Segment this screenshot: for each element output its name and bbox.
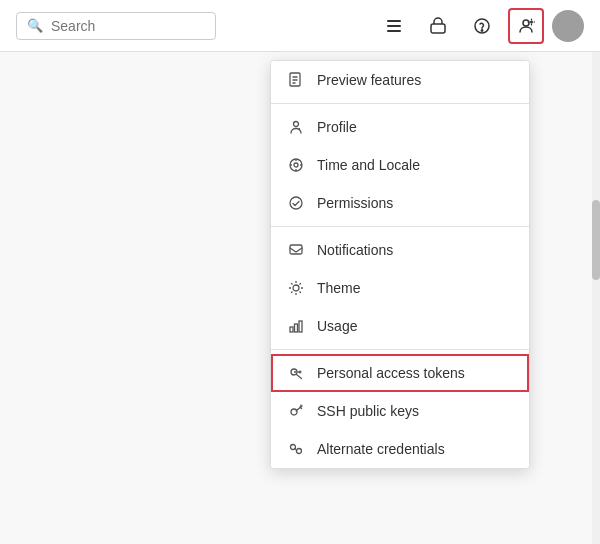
personal-access-tokens-label: Personal access tokens [317, 365, 465, 381]
svg-point-23 [293, 285, 299, 291]
bag-icon [429, 17, 447, 35]
svg-rect-3 [431, 24, 445, 33]
divider-2 [271, 226, 529, 227]
profile-icon [287, 118, 305, 136]
svg-point-31 [297, 449, 302, 454]
user-settings-icon-button[interactable] [508, 8, 544, 44]
personal-access-tokens-icon [287, 364, 305, 382]
menu-item-profile[interactable]: Profile [271, 108, 529, 146]
usage-label: Usage [317, 318, 357, 334]
header-icons [376, 8, 584, 44]
ssh-public-keys-label: SSH public keys [317, 403, 419, 419]
search-input[interactable] [51, 18, 191, 34]
menu-item-preview-features[interactable]: Preview features [271, 61, 529, 99]
svg-point-7 [530, 20, 533, 23]
svg-rect-1 [387, 25, 401, 27]
ssh-public-keys-icon [287, 402, 305, 420]
svg-point-29 [291, 409, 297, 415]
search-box[interactable]: 🔍 [16, 12, 216, 40]
scrollbar-thumb[interactable] [592, 200, 600, 280]
preview-features-icon [287, 71, 305, 89]
divider-3 [271, 349, 529, 350]
menu-item-theme[interactable]: Theme [271, 269, 529, 307]
svg-point-16 [294, 122, 299, 127]
svg-rect-2 [387, 30, 401, 32]
user-settings-icon [517, 17, 535, 35]
svg-rect-25 [295, 324, 298, 332]
notifications-label: Notifications [317, 242, 393, 258]
menu-item-ssh-public-keys[interactable]: SSH public keys [271, 392, 529, 430]
alternate-credentials-icon [287, 440, 305, 458]
avatar[interactable] [552, 10, 584, 42]
permissions-label: Permissions [317, 195, 393, 211]
theme-icon [287, 279, 305, 297]
main-content: Preview features Profile [0, 52, 600, 544]
divider-1 [271, 103, 529, 104]
menu-item-permissions[interactable]: Permissions [271, 184, 529, 222]
notifications-icon [287, 241, 305, 259]
svg-point-5 [481, 29, 482, 30]
svg-point-20 [294, 163, 298, 167]
bag-icon-button[interactable] [420, 8, 456, 44]
alternate-credentials-label: Alternate credentials [317, 441, 445, 457]
list-icon [385, 17, 403, 35]
menu-item-alternate-credentials[interactable]: Alternate credentials [271, 430, 529, 468]
preview-features-label: Preview features [317, 72, 421, 88]
time-locale-icon [287, 156, 305, 174]
usage-icon [287, 317, 305, 335]
profile-label: Profile [317, 119, 357, 135]
menu-item-usage[interactable]: Usage [271, 307, 529, 345]
svg-point-6 [523, 20, 529, 26]
theme-label: Theme [317, 280, 361, 296]
svg-point-28 [294, 371, 296, 373]
scrollbar-track [592, 52, 600, 544]
menu-item-time-locale[interactable]: Time and Locale [271, 146, 529, 184]
permissions-icon [287, 194, 305, 212]
svg-point-21 [290, 197, 302, 209]
header: 🔍 [0, 0, 600, 52]
svg-rect-26 [299, 321, 302, 332]
help-icon-button[interactable] [464, 8, 500, 44]
svg-rect-24 [290, 327, 293, 332]
help-icon [473, 17, 491, 35]
menu-item-personal-access-tokens[interactable]: Personal access tokens [271, 354, 529, 392]
time-locale-label: Time and Locale [317, 157, 420, 173]
menu-item-notifications[interactable]: Notifications [271, 231, 529, 269]
list-icon-button[interactable] [376, 8, 412, 44]
dropdown-menu: Preview features Profile [270, 60, 530, 469]
svg-rect-0 [387, 20, 401, 22]
search-icon: 🔍 [27, 18, 43, 33]
